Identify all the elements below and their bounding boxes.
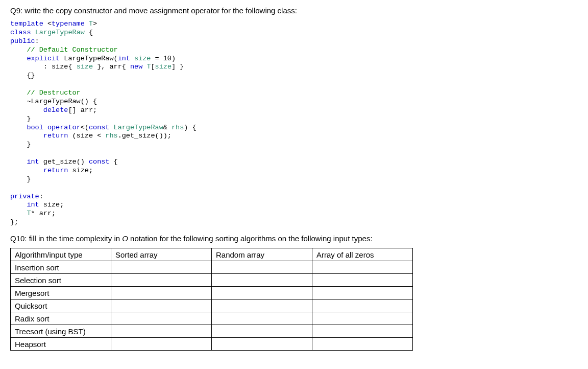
complexity-cell[interactable] — [111, 287, 212, 299]
q10-prompt-pre: Q10: fill in the time complexity in — [10, 234, 122, 243]
complexity-cell[interactable] — [212, 299, 312, 312]
complexity-cell[interactable] — [212, 274, 312, 287]
complexity-cell[interactable] — [212, 338, 312, 351]
algo-name-cell: Radix sort — [11, 312, 111, 325]
q10-prompt-var: O — [122, 234, 128, 243]
header-algo: Algorithm/input type — [11, 248, 111, 261]
complexity-cell[interactable] — [212, 312, 312, 325]
algo-name-cell: Treesort (using BST) — [11, 325, 111, 338]
header-sorted: Sorted array — [111, 248, 212, 261]
table-row: Treesort (using BST) — [11, 325, 413, 338]
complexity-cell[interactable] — [111, 325, 212, 338]
q10-prompt-post: notation for the following sorting algor… — [128, 234, 373, 243]
complexity-cell[interactable] — [111, 261, 212, 274]
algo-name-cell: Quicksort — [11, 299, 111, 312]
complexity-cell[interactable] — [312, 287, 413, 299]
complexity-cell[interactable] — [312, 261, 413, 274]
complexity-cell[interactable] — [111, 338, 212, 351]
table-row: Mergesort — [11, 287, 413, 299]
table-header-row: Algorithm/input type Sorted array Random… — [11, 248, 413, 261]
complexity-cell[interactable] — [212, 325, 312, 338]
algo-name-cell: Insertion sort — [11, 261, 111, 274]
algo-name-cell: Heapsort — [11, 338, 111, 351]
table-row: Insertion sort — [11, 261, 413, 274]
complexity-cell[interactable] — [312, 274, 413, 287]
q9-code-block: template <typename T> class LargeTypeRaw… — [10, 20, 578, 227]
table-row: Heapsort — [11, 338, 413, 351]
complexity-cell[interactable] — [111, 274, 212, 287]
table-row: Radix sort — [11, 312, 413, 325]
complexity-cell[interactable] — [212, 287, 312, 299]
table-row: Selection sort — [11, 274, 413, 287]
complexity-cell[interactable] — [111, 312, 212, 325]
algo-name-cell: Mergesort — [11, 287, 111, 299]
q9-prompt: Q9: write the copy constructor and move … — [10, 6, 578, 15]
complexity-table: Algorithm/input type Sorted array Random… — [10, 248, 413, 351]
complexity-cell[interactable] — [312, 325, 413, 338]
complexity-cell[interactable] — [212, 261, 312, 274]
complexity-cell[interactable] — [111, 299, 212, 312]
complexity-cell[interactable] — [312, 312, 413, 325]
q10-prompt: Q10: fill in the time complexity in O no… — [10, 234, 578, 243]
table-row: Quicksort — [11, 299, 413, 312]
header-random: Random array — [212, 248, 312, 261]
complexity-cell[interactable] — [312, 338, 413, 351]
header-zeros: Array of all zeros — [312, 248, 413, 261]
complexity-cell[interactable] — [312, 299, 413, 312]
algo-name-cell: Selection sort — [11, 274, 111, 287]
